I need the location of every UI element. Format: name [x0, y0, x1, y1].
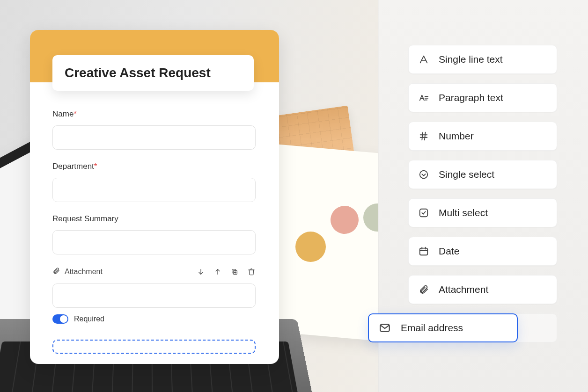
field-label-text: Request Summary	[52, 214, 118, 223]
field-label: Request Summary	[52, 214, 256, 224]
required-toggle[interactable]	[52, 314, 68, 324]
attachment-icon	[418, 284, 429, 295]
duplicate-button[interactable]	[230, 268, 239, 276]
form-field[interactable]: Request Summary	[52, 214, 256, 254]
field-type-email-dragging[interactable]: Email address	[368, 313, 518, 342]
required-star: *	[74, 109, 77, 118]
field-label-text: Department	[52, 162, 94, 171]
required-star: *	[94, 162, 97, 171]
svg-point-14	[420, 171, 428, 179]
text-icon	[418, 54, 429, 65]
attachment-field-editor[interactable]: Attachment	[52, 267, 256, 354]
field-type-attachment[interactable]: Attachment	[408, 275, 557, 304]
move-up-button[interactable]	[213, 268, 222, 276]
field-label: Name*	[52, 109, 256, 119]
form-field[interactable]: Department*	[52, 162, 256, 202]
department-input[interactable]	[52, 178, 256, 202]
form-title-text: Creative Asset Request	[65, 65, 211, 80]
field-type-single-line-text[interactable]: Single line text	[408, 45, 557, 74]
field-type-date[interactable]: Date	[408, 237, 557, 266]
field-type-label: Single line text	[439, 54, 503, 65]
form-field[interactable]: Name*	[52, 109, 256, 150]
name-input[interactable]	[52, 125, 256, 150]
field-type-single-select[interactable]: Single select	[408, 160, 557, 189]
paragraph-icon	[418, 92, 429, 103]
attachment-label: Attachment	[65, 268, 103, 276]
field-type-palette: Single line text Paragraph text Number S…	[408, 45, 557, 342]
field-type-label: Number	[439, 131, 474, 142]
svg-line-13	[425, 132, 426, 140]
date-icon	[418, 246, 429, 257]
field-type-number[interactable]: Number	[408, 122, 557, 151]
field-type-paragraph-text[interactable]: Paragraph text	[408, 83, 557, 112]
field-type-label: Email address	[401, 322, 463, 334]
svg-rect-16	[420, 248, 428, 255]
field-type-label: Paragraph text	[439, 92, 503, 103]
required-toggle-label: Required	[74, 315, 104, 323]
attachment-input[interactable]	[52, 283, 256, 308]
field-label: Department*	[52, 162, 256, 171]
delete-button[interactable]	[247, 268, 256, 276]
form-title-input[interactable]: Creative Asset Request	[52, 55, 254, 91]
number-icon	[418, 131, 429, 142]
paperclip-icon	[52, 267, 60, 277]
svg-line-12	[422, 132, 423, 140]
move-down-button[interactable]	[197, 268, 205, 276]
field-label-text: Name	[52, 109, 74, 118]
multi-select-icon	[418, 207, 429, 218]
attachment-header: Attachment	[52, 267, 256, 277]
email-icon	[378, 321, 391, 334]
field-type-label: Multi select	[439, 207, 488, 218]
form-builder-card: Creative Asset Request Name* Department*…	[30, 30, 279, 364]
form-body: Name* Department* Request Summary	[52, 109, 256, 364]
field-type-label: Attachment	[439, 284, 488, 295]
field-type-label: Date	[439, 246, 459, 257]
request-summary-input[interactable]	[52, 230, 256, 254]
field-type-multi-select[interactable]: Multi select	[408, 198, 557, 227]
field-drop-zone[interactable]	[52, 340, 256, 354]
single-select-icon	[418, 169, 429, 180]
bg-swatch-circle	[295, 232, 326, 262]
field-actions	[197, 268, 256, 276]
field-type-label: Single select	[439, 169, 494, 180]
svg-rect-15	[420, 209, 428, 217]
